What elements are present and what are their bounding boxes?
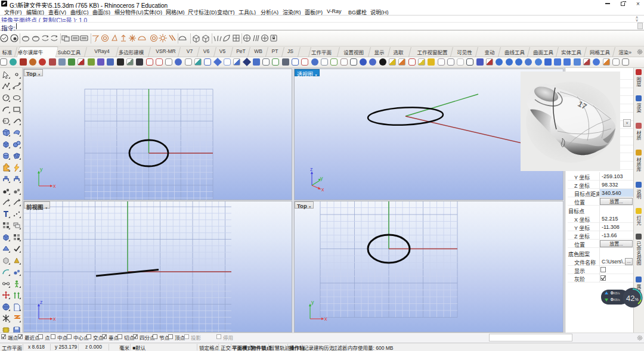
- svg-text:x: x: [53, 183, 56, 189]
- svg-text:z: z: [310, 166, 313, 172]
- svg-text:y: y: [40, 166, 43, 172]
- svg-text:z: z: [40, 299, 43, 305]
- svg-text:x: x: [321, 187, 324, 192]
- svg-text:y: y: [320, 175, 323, 181]
- svg-text:x: x: [324, 316, 327, 322]
- svg-text:x: x: [53, 316, 56, 322]
- svg-text:y: y: [311, 299, 314, 305]
